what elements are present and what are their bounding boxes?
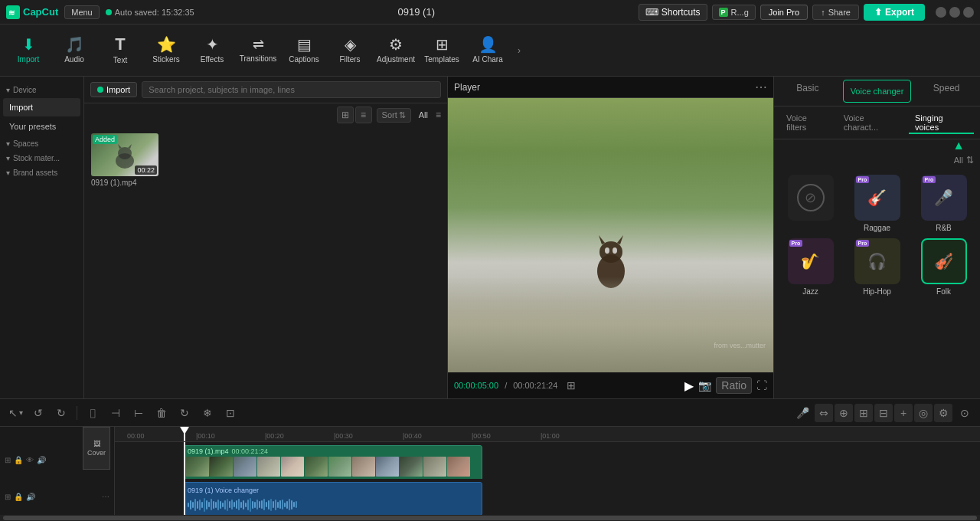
ruler-mark-20: |00:20 [265, 432, 284, 440]
clip-thumb-7 [328, 457, 351, 477]
import-button[interactable]: Import [90, 82, 137, 97]
timeline-body: 00:00 |00:10 |00:20 |00:30 |00:40 |00:50… [0, 427, 980, 515]
list-item[interactable]: Added 00:22 0919 (1).mp4 [91, 133, 160, 187]
trim-start-button[interactable]: ⊣ [106, 404, 125, 422]
trim-end-button[interactable]: ⊢ [129, 404, 148, 422]
sub-tab-voice-filters[interactable]: Voice filters [780, 111, 835, 134]
voice-item-raggae[interactable]: Pro 🎸 Raggae [847, 175, 907, 232]
ring-button[interactable]: P R...g [712, 5, 756, 20]
toolbar-effects[interactable]: ✦ Effects [190, 28, 234, 74]
sidebar-stock-group[interactable]: ▾ Stock mater... [0, 151, 83, 165]
fullscreen-button[interactable]: ⛶ [756, 379, 767, 392]
toolbar-ai-chara[interactable]: 👤 AI Chara [466, 28, 510, 74]
ai-chara-icon: 👤 [479, 37, 498, 52]
video-track-area: 0919 (1).mp4 00:00:21:24 [115, 442, 980, 479]
grid-overlay-button[interactable]: ⊞ [567, 379, 576, 392]
audio-clip[interactable]: 0919 (1) Voice changer [184, 482, 482, 516]
add-track-button[interactable]: + [894, 404, 913, 422]
voice-item-none[interactable]: ⊘ [780, 175, 841, 232]
select-tool-button[interactable]: ↖ ▾ [6, 404, 24, 422]
tab-voice-changer[interactable]: Voice changer [843, 80, 912, 103]
all-voices-filter[interactable]: All [954, 156, 963, 165]
screenshot-button[interactable]: 📷 [698, 379, 711, 392]
list-view-button[interactable]: ≡ [355, 106, 372, 123]
mic-button[interactable]: 🎤 [793, 404, 812, 422]
filter-sort-icon[interactable]: ⇅ [966, 155, 974, 165]
voice-item-hiphop[interactable]: Pro 🎧 Hip-Hop [847, 238, 907, 296]
toolbar-filters[interactable]: ◈ Filters [328, 28, 372, 74]
sidebar-device-group[interactable]: ▾ Device [0, 83, 83, 97]
loop-button[interactable]: ↻ [175, 404, 194, 422]
video-clip[interactable]: 0919 (1).mp4 00:00:21:24 [184, 445, 482, 480]
voice-item-folk[interactable]: 🎻 Folk [913, 238, 974, 296]
zoom-fit-button[interactable]: ⊕ [835, 404, 853, 422]
maximize-button[interactable] [949, 7, 960, 18]
toolbar-text[interactable]: T Text [98, 28, 142, 74]
join-pro-button[interactable]: Join Pro [760, 5, 808, 20]
shortcuts-button[interactable]: ⌨ Shortcuts [639, 4, 707, 21]
menu-button[interactable]: Menu [64, 5, 100, 19]
pro-badge-hiphop: Pro [856, 240, 870, 247]
ratio-button[interactable]: Ratio [716, 377, 752, 394]
filter-button[interactable]: ≡ [436, 110, 441, 120]
sort-button[interactable]: Sort ⇅ [377, 108, 411, 123]
toolbar-adjustment[interactable]: ⚙ Adjustment [374, 28, 418, 74]
wave-bar [263, 499, 265, 510]
sub-tab-voice-characters[interactable]: Voice charact... [838, 111, 906, 134]
player-menu-button[interactable]: ⋯ [755, 80, 767, 94]
toolbar-audio[interactable]: 🎵 Audio [52, 28, 96, 74]
tab-speed[interactable]: Speed [913, 77, 980, 106]
cover-button[interactable]: 🖼 Cover [83, 427, 110, 470]
freeze-button[interactable]: ❄ [198, 404, 217, 422]
clip-thumb-12 [447, 457, 470, 477]
toolbar-transitions[interactable]: ⇌ Transitions [236, 28, 280, 74]
voice-rnb-label: R&B [936, 224, 952, 232]
crop-button[interactable]: ⊡ [221, 404, 240, 422]
adjustment-icon: ⚙ [389, 37, 403, 52]
settings-button[interactable]: ⚙ [934, 404, 952, 422]
zoom-in-button[interactable]: ⊞ [854, 404, 873, 422]
voice-folk-label: Folk [936, 287, 951, 296]
sidebar-item-import[interactable]: Import [3, 98, 80, 116]
toolbar-templates[interactable]: ⊞ Templates [420, 28, 464, 74]
right-panel: Basic Voice changer Speed Voice filters … [773, 77, 980, 398]
animation-button[interactable]: ◎ [914, 404, 933, 422]
minimize-button[interactable] [936, 7, 946, 18]
scrollbar-thumb[interactable] [3, 516, 977, 520]
split-button[interactable]: ⌷ [83, 404, 102, 422]
main-toolbar: ⬇ Import 🎵 Audio T Text ⭐ Stickers ✦ Eff… [0, 25, 980, 77]
timeline-scrollbar[interactable] [0, 515, 980, 521]
toolbar-stickers[interactable]: ⭐ Stickers [144, 28, 188, 74]
share-button[interactable]: ↑ Share [812, 5, 859, 20]
export-button[interactable]: ⬆ Export [864, 4, 925, 21]
wave-bar [188, 503, 189, 507]
tab-basic[interactable]: Basic [774, 77, 841, 106]
sidebar-item-presets[interactable]: Your presets [3, 117, 80, 136]
close-button[interactable] [963, 7, 974, 18]
toolbar-import[interactable]: ⬇ Import [6, 28, 51, 74]
delete-button[interactable]: 🗑 [152, 404, 171, 422]
redo-button[interactable]: ↻ [52, 404, 70, 422]
sub-tab-singing-voices[interactable]: Singing voices [909, 111, 974, 134]
play-button[interactable]: ▶ [684, 378, 694, 393]
wave-bar [296, 501, 297, 508]
tl-separator-1 [77, 406, 77, 420]
audio-track-buttons: ⋯ [102, 493, 109, 501]
undo-button[interactable]: ↺ [29, 404, 47, 422]
toolbar-more-button[interactable]: › [511, 28, 527, 74]
toolbar-captions[interactable]: ▤ Captions [282, 28, 326, 74]
audio-vol-icon: 🔊 [26, 493, 35, 501]
voice-item-jazz[interactable]: Pro 🎷 Jazz [780, 238, 841, 296]
sidebar-brand-group[interactable]: ▾ Brand assets [0, 165, 83, 180]
voice-item-rnb[interactable]: Pro 🎤 R&B [913, 175, 974, 232]
search-input[interactable] [142, 81, 441, 98]
zoom-level-button[interactable]: ⊟ [874, 404, 893, 422]
zoom-link-button[interactable]: ⇔ [815, 404, 833, 422]
wave-bar [204, 498, 205, 512]
audio-track-more[interactable]: ⋯ [102, 493, 109, 501]
sidebar-spaces-group[interactable]: ▾ Spaces [0, 136, 83, 151]
wave-bar [286, 501, 288, 509]
grid-view-button[interactable]: ⊞ [337, 106, 354, 123]
svg-point-3 [118, 147, 132, 159]
timeline-settings[interactable]: ⊙ [956, 404, 974, 422]
